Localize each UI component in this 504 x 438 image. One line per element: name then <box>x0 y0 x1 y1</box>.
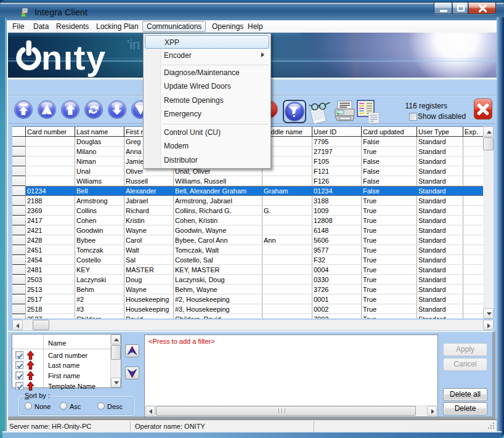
svg-text:nıty: nıty <box>41 38 107 77</box>
